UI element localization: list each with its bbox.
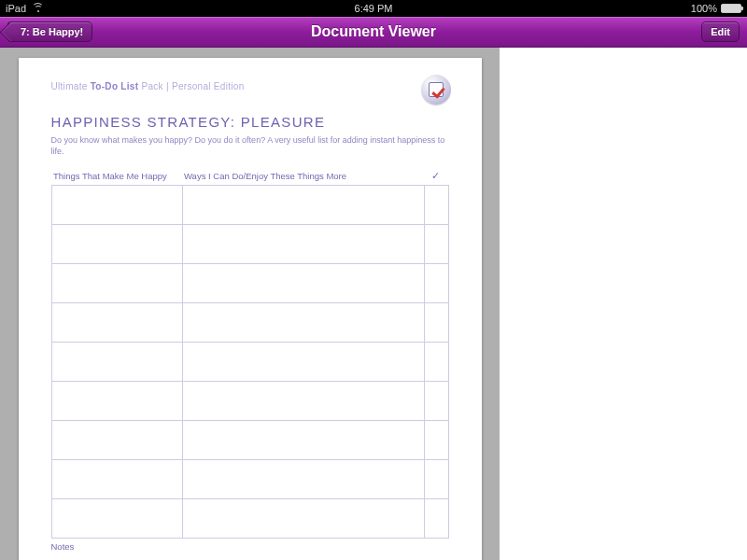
cell-happy [51, 303, 182, 343]
notes-label: Notes [51, 541, 449, 552]
table-row [51, 186, 448, 225]
wifi-icon [32, 4, 44, 13]
cell-ways [182, 225, 424, 264]
document-viewport[interactable]: Ultimate To-Do List Pack | Personal Edit… [0, 48, 500, 560]
table-row [51, 264, 448, 303]
edit-button-label: Edit [711, 26, 730, 37]
cell-check [424, 460, 448, 499]
brand-check-icon [421, 75, 451, 105]
col3-header: ✓ [424, 170, 448, 186]
cell-ways [182, 460, 424, 499]
cell-happy [51, 186, 182, 225]
back-button[interactable]: 7: Be Happy! [7, 21, 92, 42]
cell-happy [51, 225, 182, 264]
page-subtitle: Do you know what makes you happy? Do you… [51, 135, 449, 157]
cell-ways [182, 343, 424, 382]
brand-prefix: Ultimate [51, 81, 91, 91]
cell-ways [182, 303, 424, 343]
cell-happy [51, 264, 182, 303]
brand-strong: To-Do List [91, 81, 139, 91]
cell-happy [51, 382, 182, 421]
status-bar: iPad 6:49 PM 100% [0, 0, 747, 17]
page-title: HAPPINESS STRATEGY: PLEASURE [51, 114, 449, 130]
cell-check [424, 186, 448, 225]
nav-title: Document Viewer [0, 23, 747, 40]
cell-happy [51, 460, 182, 499]
cell-ways [182, 499, 424, 539]
device-label: iPad [6, 3, 26, 14]
table-row [51, 343, 448, 382]
right-panel-blank [500, 48, 747, 560]
brand-suffix: Pack | Personal Edition [138, 81, 244, 91]
brand-line: Ultimate To-Do List Pack | Personal Edit… [51, 81, 449, 91]
cell-ways [182, 382, 424, 421]
nav-bar: 7: Be Happy! Document Viewer Edit [0, 17, 747, 48]
document-page: Ultimate To-Do List Pack | Personal Edit… [19, 58, 482, 560]
cell-check [424, 382, 448, 421]
cell-happy [51, 421, 182, 460]
cell-happy [51, 343, 182, 382]
battery-text: 100% [691, 3, 717, 14]
cell-check [424, 264, 448, 303]
cell-ways [182, 264, 424, 303]
col2-header: Ways I Can Do/Enjoy These Things More [182, 170, 424, 186]
worksheet-table: Things That Make Me Happy Ways I Can Do/… [51, 170, 449, 539]
cell-check [424, 303, 448, 343]
table-row [51, 499, 448, 539]
table-row [51, 382, 448, 421]
edit-button[interactable]: Edit [701, 21, 740, 42]
clock: 6:49 PM [0, 3, 747, 14]
table-row [51, 421, 448, 460]
battery-icon [721, 4, 741, 13]
cell-happy [51, 499, 182, 539]
back-button-label: 7: Be Happy! [21, 26, 83, 37]
cell-ways [182, 421, 424, 460]
cell-ways [182, 186, 424, 225]
table-row [51, 460, 448, 499]
col1-header: Things That Make Me Happy [51, 170, 182, 186]
table-row [51, 303, 448, 343]
table-row [51, 225, 448, 264]
cell-check [424, 225, 448, 264]
cell-check [424, 499, 448, 539]
cell-check [424, 421, 448, 460]
cell-check [424, 343, 448, 382]
